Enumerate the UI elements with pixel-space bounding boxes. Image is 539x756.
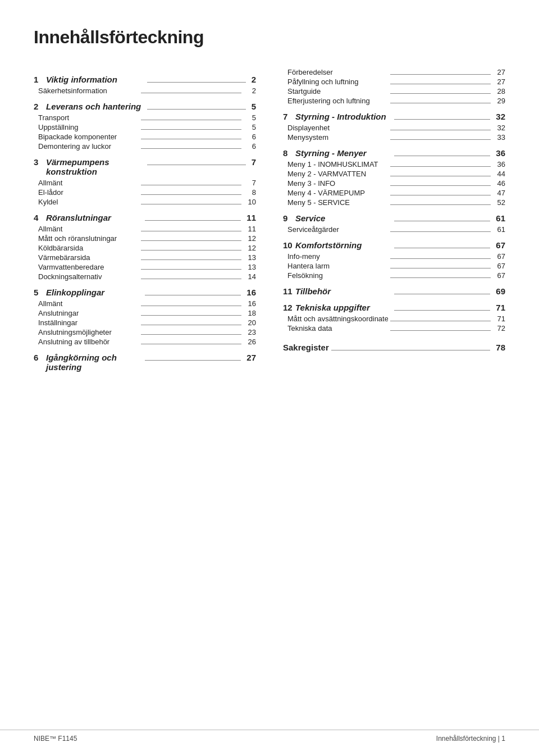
chapter-title: Igångkörning och justering bbox=[46, 353, 143, 372]
toc-page: 20 bbox=[244, 318, 256, 327]
dots bbox=[141, 306, 241, 306]
toc-page: 29 bbox=[493, 97, 505, 105]
chapter-page: 69 bbox=[496, 286, 505, 296]
chapter-number: 10 bbox=[283, 240, 293, 250]
dots bbox=[141, 139, 241, 139]
toc-row-label: Meny 2 - VARMVATTEN bbox=[287, 170, 388, 178]
chapter-header: 4Röranslutningar11 bbox=[34, 213, 256, 222]
dots bbox=[390, 176, 491, 176]
toc-row-label: El-lådor bbox=[38, 188, 139, 197]
toc-page: 72 bbox=[493, 324, 505, 333]
chapter-number: 6 bbox=[34, 353, 44, 362]
toc-row-label: Anslutningar bbox=[38, 309, 139, 317]
chapter-header: 6Igångkörning och justering27 bbox=[34, 353, 256, 372]
chapter-page: 67 bbox=[496, 240, 505, 250]
dots bbox=[141, 194, 241, 195]
dots bbox=[390, 130, 491, 130]
dots bbox=[390, 204, 491, 205]
toc-page: 67 bbox=[493, 262, 505, 270]
chapter-number: 11 bbox=[283, 286, 293, 296]
footer-left: NIBE™ F1145 bbox=[34, 735, 77, 743]
toc-page: 5 bbox=[244, 113, 256, 122]
sakregister-title: Sakregister bbox=[283, 343, 329, 352]
toc-row-label: Allmänt bbox=[38, 299, 139, 308]
dots bbox=[141, 259, 241, 260]
toc-page: 5 bbox=[244, 123, 256, 131]
toc-row-label: Säkerhetsinformation bbox=[38, 86, 139, 95]
dots bbox=[390, 139, 491, 140]
dots bbox=[141, 250, 241, 251]
chapter-title: Värmepumpens konstruktion bbox=[46, 157, 145, 176]
chapter-page: 71 bbox=[496, 303, 505, 312]
toc-page: 67 bbox=[493, 271, 505, 280]
dots bbox=[390, 268, 491, 268]
toc-row-label: Bipackade komponenter bbox=[38, 133, 139, 141]
chapter-header: 8Styrning - Menyer36 bbox=[283, 148, 505, 158]
toc-row-label: Efterjustering och luftning bbox=[287, 97, 388, 105]
dots bbox=[141, 185, 241, 185]
dots bbox=[145, 295, 241, 295]
toc-page: 14 bbox=[244, 272, 256, 281]
toc-row-label: Mått och avsättningskoordinater bbox=[287, 315, 388, 323]
chapter-page: 11 bbox=[246, 213, 256, 222]
chapter-title: Styrning - Menyer bbox=[295, 148, 392, 158]
chapter-page: 5 bbox=[252, 102, 256, 111]
toc-row-label: Köldbärarsida bbox=[38, 244, 139, 252]
toc-row: Demontering av luckor6 bbox=[34, 142, 256, 151]
toc-row: Tekniska data72 bbox=[283, 324, 505, 333]
chapter-title: Leverans och hantering bbox=[46, 102, 145, 111]
dots bbox=[394, 248, 491, 248]
toc-row-label: Anslutningsmöjligheter bbox=[38, 328, 139, 336]
sakregister-page: 78 bbox=[496, 343, 505, 352]
chapter-title: Tillbehör bbox=[295, 286, 392, 296]
chapter-title: Röranslutningar bbox=[46, 213, 143, 222]
toc-row: Anslutning av tillbehör26 bbox=[34, 338, 256, 346]
dots bbox=[141, 279, 241, 279]
dots bbox=[390, 93, 491, 94]
sakregister-row: Sakregister78 bbox=[283, 343, 505, 352]
chapter-number: 9 bbox=[283, 213, 293, 223]
chapter-title: Tekniska uppgifter bbox=[295, 303, 392, 312]
chapter-title: Komfortstörning bbox=[295, 240, 392, 250]
toc-row: Efterjustering och luftning29 bbox=[283, 97, 505, 105]
toc-page: 61 bbox=[493, 225, 505, 234]
toc-row: Displayenhet32 bbox=[283, 124, 505, 132]
toc-page: 2 bbox=[244, 86, 256, 95]
toc-page: 7 bbox=[244, 179, 256, 187]
chapter-header: 12Tekniska uppgifter71 bbox=[283, 303, 505, 312]
toc-container: 1Viktig information2Säkerhetsinformation… bbox=[34, 68, 505, 374]
dots bbox=[141, 315, 241, 316]
toc-page: 13 bbox=[244, 253, 256, 262]
dots bbox=[390, 195, 491, 195]
chapter-header: 9Service61 bbox=[283, 213, 505, 223]
chapter-number: 2 bbox=[34, 102, 44, 111]
dots bbox=[331, 350, 491, 350]
chapter-header: 5Elinkopplingar16 bbox=[34, 288, 256, 297]
toc-row-label: Felsökning bbox=[287, 271, 388, 280]
toc-row: Köldbärarsida12 bbox=[34, 244, 256, 252]
toc-row: Anslutningar18 bbox=[34, 309, 256, 317]
toc-row: Varmvattenberedare13 bbox=[34, 263, 256, 271]
footer-right: Innehållsförteckning | 1 bbox=[436, 735, 505, 743]
chapter-title: Viktig information bbox=[46, 75, 145, 84]
dots bbox=[141, 93, 241, 93]
toc-row-label: Tekniska data bbox=[287, 324, 388, 333]
toc-row: Meny 4 - VÄRMEPUMP47 bbox=[283, 189, 505, 197]
toc-row: Påfyllning och luftning27 bbox=[283, 78, 505, 86]
toc-row: Allmänt7 bbox=[34, 179, 256, 187]
dots bbox=[141, 129, 241, 130]
toc-row: Menysystem33 bbox=[283, 133, 505, 142]
chapter-page: 36 bbox=[496, 148, 505, 158]
toc-row-label: Meny 4 - VÄRMEPUMP bbox=[287, 189, 388, 197]
toc-page: 6 bbox=[244, 133, 256, 141]
toc-page: 12 bbox=[244, 244, 256, 252]
toc-row: Kyldel10 bbox=[34, 198, 256, 206]
toc-row: Allmänt11 bbox=[34, 225, 256, 233]
toc-row-label: Uppställning bbox=[38, 123, 139, 131]
toc-row: Allmänt16 bbox=[34, 299, 256, 308]
chapter-header: 2Leverans och hantering5 bbox=[34, 102, 256, 111]
chapter-number: 1 bbox=[34, 75, 44, 84]
chapter-header: 11Tillbehör69 bbox=[283, 286, 505, 296]
dots bbox=[147, 165, 246, 165]
toc-row-label: Kyldel bbox=[38, 198, 139, 206]
